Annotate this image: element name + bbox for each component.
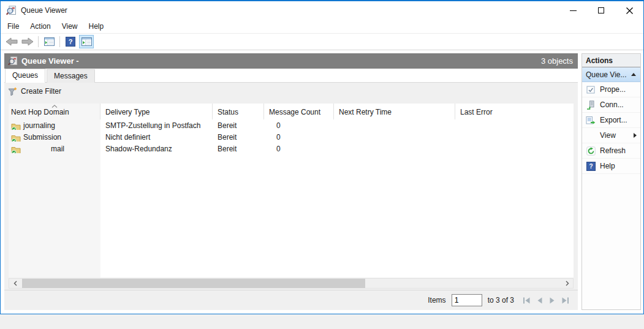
refresh-icon (585, 146, 596, 156)
action-view[interactable]: View (582, 128, 640, 143)
show-action-pane-button[interactable] (79, 35, 94, 48)
column-header-status[interactable]: Status (213, 104, 264, 119)
next-page-icon[interactable] (549, 297, 555, 304)
minimize-icon (570, 10, 577, 11)
maximize-icon (598, 7, 604, 13)
first-page-icon[interactable] (523, 297, 531, 304)
back-icon (6, 37, 18, 46)
column-header-next-retry-time[interactable]: Next Retry Time (334, 104, 455, 119)
console-tree-icon (44, 37, 55, 46)
app-icon (6, 6, 17, 16)
close-button[interactable] (615, 1, 643, 20)
window-title: Queue Viewer (21, 6, 559, 15)
tab-queues[interactable]: Queues (5, 69, 45, 83)
column-header-next-hop-domain[interactable]: Next Hop Domain (9, 104, 100, 119)
actions-panel: Actions Queue Vie... Prope... (581, 53, 641, 310)
range-label: to 3 of 3 (488, 296, 514, 304)
close-icon (626, 7, 633, 14)
action-help[interactable]: ? Help (582, 159, 640, 174)
chevron-left-icon (13, 281, 17, 286)
scrollbar-thumb[interactable] (22, 279, 365, 288)
export-icon (585, 116, 596, 125)
back-button[interactable] (4, 35, 19, 48)
menu-action[interactable]: Action (25, 20, 56, 32)
items-label: Items (428, 296, 445, 304)
show-console-tree-button[interactable] (42, 35, 56, 48)
scroll-right-button[interactable] (561, 279, 573, 288)
column-header-delivery-type[interactable]: Delivery Type (100, 104, 213, 119)
create-filter-row[interactable]: Create Filter (4, 83, 578, 100)
app-window: Queue Viewer File Action View Help (0, 0, 644, 314)
collapse-icon (631, 73, 636, 76)
actions-group-label: Queue Vie... (586, 70, 631, 79)
tab-messages[interactable]: Messages (47, 69, 95, 83)
panel-header: Queue Viewer - 3 objects (4, 53, 578, 69)
chevron-right-icon (566, 281, 569, 286)
help-icon: ? (66, 37, 75, 47)
table-row[interactable]: Submission Nicht definiert Bereit 0 (9, 131, 574, 143)
svg-text:?: ? (69, 38, 73, 45)
action-refresh[interactable]: Refresh (582, 143, 640, 159)
table-header: Next Hop Domain Delivery Type Status Mes… (9, 104, 574, 119)
column-header-message-count[interactable]: Message Count (264, 104, 334, 119)
queue-folder-icon (11, 146, 21, 153)
action-export[interactable]: Export... (582, 113, 640, 128)
create-filter-label: Create Filter (21, 87, 61, 96)
action-pane-icon (81, 37, 92, 46)
panel-header-icon (8, 56, 18, 66)
toolbar-separator (38, 36, 39, 47)
items-page-input[interactable] (452, 294, 482, 306)
actions-panel-title: Actions (582, 54, 640, 67)
sort-ascending-icon (51, 105, 58, 108)
forward-button[interactable] (20, 35, 35, 48)
title-bar: Queue Viewer (1, 1, 643, 20)
tab-strip: Queues Messages (4, 69, 578, 83)
properties-icon (585, 85, 596, 94)
forward-icon (21, 37, 34, 46)
help-icon: ? (585, 162, 596, 171)
table-row[interactable]: journaling SMTP-Zustellung in Postfach B… (9, 119, 574, 131)
pagination-bar: Items to 3 of 3 (4, 290, 578, 310)
menu-view[interactable]: View (56, 20, 83, 32)
workspace: Queue Viewer - 3 objects Queues Messages… (1, 50, 643, 314)
table-row[interactable]: mail Shadow-Redundanz Bereit 0 (9, 143, 574, 154)
horizontal-scrollbar[interactable] (9, 278, 574, 289)
object-count: 3 objects (541, 56, 573, 66)
action-connect[interactable]: Conn... (582, 97, 640, 113)
filter-icon (8, 87, 17, 96)
scroll-left-button[interactable] (9, 279, 21, 288)
queue-list: Next Hop Domain Delivery Type Status Mes… (9, 104, 574, 278)
queue-folder-icon (11, 123, 21, 130)
submenu-arrow-icon (634, 133, 637, 138)
panel-title: Queue Viewer - (21, 56, 541, 66)
pagination-nav (523, 297, 569, 304)
action-properties[interactable]: Prope... (582, 82, 640, 97)
desktop-background (0, 314, 644, 329)
help-toolbar-button[interactable]: ? (63, 35, 78, 48)
menu-bar: File Action View Help (1, 20, 643, 34)
last-page-icon[interactable] (561, 297, 569, 304)
connect-icon (585, 100, 596, 110)
queue-folder-icon (11, 134, 21, 142)
toolbar-separator (59, 36, 60, 47)
actions-group-queue-viewer[interactable]: Queue Vie... (582, 67, 640, 82)
svg-text:?: ? (589, 163, 593, 170)
toolbar: ? (1, 34, 643, 50)
minimize-button[interactable] (559, 1, 587, 20)
main-panel: Queue Viewer - 3 objects Queues Messages… (4, 53, 578, 310)
previous-page-icon[interactable] (537, 297, 543, 304)
maximize-button[interactable] (587, 1, 615, 20)
menu-help[interactable]: Help (83, 20, 110, 32)
queues-tab-content: Create Filter Next Hop Domain Delivery T… (4, 83, 578, 310)
column-header-last-error[interactable]: Last Error (455, 104, 574, 119)
menu-file[interactable]: File (2, 20, 25, 32)
